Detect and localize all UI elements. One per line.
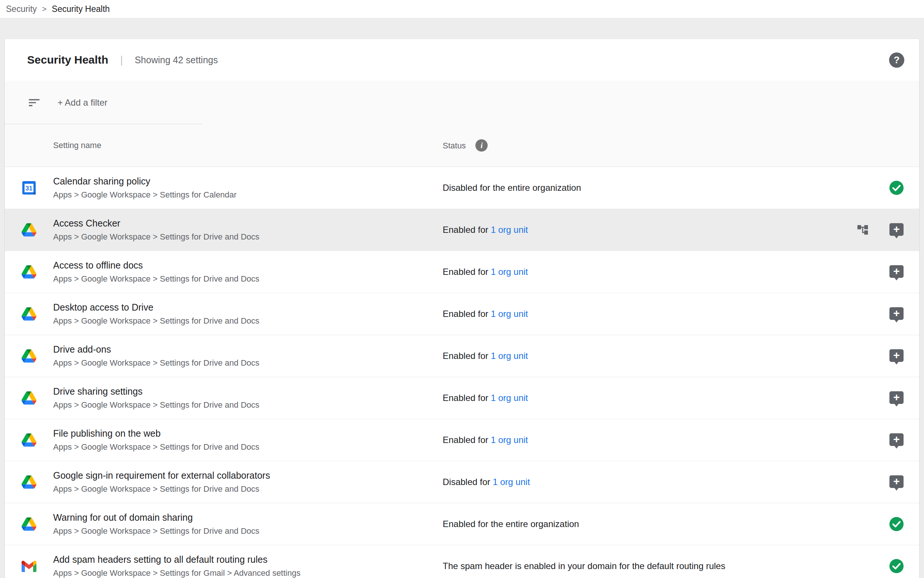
google-drive-icon xyxy=(21,222,36,237)
recommendation-tail xyxy=(894,404,899,406)
org-units-icon xyxy=(856,223,869,237)
status-text: The spam header is enabled in your domai… xyxy=(443,561,725,571)
setting-name: Drive sharing settings xyxy=(53,386,259,397)
status-text: Enabled for xyxy=(443,225,490,235)
status-badge[interactable] xyxy=(889,516,904,532)
status-badge[interactable]: + xyxy=(889,390,904,406)
org-unit-link[interactable]: 1 org unit xyxy=(493,477,530,487)
recommendation-icon[interactable]: + xyxy=(890,434,903,446)
setting-name: Access Checker xyxy=(53,218,259,229)
status-cell: The spam header is enabled in your domai… xyxy=(443,561,725,571)
setting-path: Apps > Google Workspace > Settings for D… xyxy=(53,442,259,452)
table-row[interactable]: Google sign-in requirement for external … xyxy=(5,461,919,503)
google-drive-icon xyxy=(21,433,36,447)
plus-glyph: + xyxy=(893,392,900,403)
setting-path: Apps > Google Workspace > Settings for D… xyxy=(53,232,259,242)
setting-text-block: Access Checker Apps > Google Workspace >… xyxy=(53,218,259,242)
status-badge[interactable]: + xyxy=(889,264,904,280)
status-cell: Enabled for the entire organization xyxy=(443,519,579,529)
status-cell: Enabled for 1 org unit xyxy=(443,351,528,361)
table-row[interactable]: File publishing on the web Apps > Google… xyxy=(5,419,919,461)
google-drive-icon xyxy=(21,391,36,406)
status-cell: Enabled for 1 org unit xyxy=(443,393,528,403)
security-health-card: Security Health | Showing 42 settings ? … xyxy=(5,39,919,578)
table-row[interactable]: Add spam headers setting to all default … xyxy=(5,545,919,578)
status-cell: Enabled for 1 org unit xyxy=(443,435,528,445)
add-filter-button[interactable]: + Add a filter xyxy=(58,97,107,108)
status-ok-icon xyxy=(889,559,904,573)
plus-glyph: + xyxy=(893,350,900,361)
status-text: Enabled for xyxy=(443,435,490,445)
info-icon[interactable]: i xyxy=(476,140,488,152)
table-row[interactable]: 31 Calendar sharing policy Apps > Google… xyxy=(5,167,919,209)
status-badge[interactable] xyxy=(889,180,904,196)
breadcrumb: Security > Security Health xyxy=(0,0,924,18)
org-unit-link[interactable]: 1 org unit xyxy=(490,435,528,445)
status-cell: Disabled for 1 org unit xyxy=(443,477,530,487)
settings-table-body: 31 Calendar sharing policy Apps > Google… xyxy=(5,167,919,578)
setting-name: Google sign-in requirement for external … xyxy=(53,470,270,481)
status-badge[interactable] xyxy=(889,558,904,574)
plus-glyph: + xyxy=(893,224,900,235)
svg-text:31: 31 xyxy=(26,185,33,192)
setting-name: Calendar sharing policy xyxy=(53,176,237,187)
recommendation-icon[interactable]: + xyxy=(890,349,903,362)
plus-glyph: + xyxy=(893,308,900,319)
table-row[interactable]: Access Checker Apps > Google Workspace >… xyxy=(5,209,919,251)
plus-glyph: + xyxy=(893,434,900,445)
breadcrumb-security[interactable]: Security xyxy=(6,4,37,14)
setting-name: Desktop access to Drive xyxy=(53,302,259,313)
setting-name: Drive add-ons xyxy=(53,344,259,355)
recommendation-icon[interactable]: + xyxy=(890,265,903,278)
google-drive-icon xyxy=(21,475,36,489)
table-row[interactable]: Drive sharing settings Apps > Google Wor… xyxy=(5,377,919,419)
recommendation-icon[interactable]: + xyxy=(890,391,903,404)
setting-path: Apps > Google Workspace > Settings for D… xyxy=(53,484,270,494)
recommendation-icon[interactable]: + xyxy=(890,307,903,320)
setting-path: Apps > Google Workspace > Settings for D… xyxy=(53,274,259,284)
table-row[interactable]: Access to offline docs Apps > Google Wor… xyxy=(5,251,919,293)
table-subheader: + Add a filter Setting name Status i xyxy=(5,81,919,167)
status-badge[interactable]: + xyxy=(889,222,904,238)
org-unit-link[interactable]: 1 org unit xyxy=(490,225,528,235)
google-drive-icon xyxy=(21,265,36,279)
status-badge[interactable]: + xyxy=(889,474,904,490)
org-unit-link[interactable]: 1 org unit xyxy=(490,267,528,277)
google-drive-icon xyxy=(21,307,36,321)
breadcrumb-separator: > xyxy=(42,5,47,13)
status-badge[interactable]: + xyxy=(889,306,904,322)
recommendation-icon[interactable]: + xyxy=(890,475,903,488)
status-text: Disabled for the entire organization xyxy=(443,183,581,193)
setting-path: Apps > Google Workspace > Settings for D… xyxy=(53,526,259,536)
setting-name: Access to offline docs xyxy=(53,260,259,271)
setting-name-column-header: Setting name xyxy=(53,141,102,150)
google-drive-icon xyxy=(21,349,36,364)
status-badge[interactable]: + xyxy=(889,348,904,364)
breadcrumb-security-health: Security Health xyxy=(52,4,110,14)
recommendation-tail xyxy=(894,320,899,323)
plus-glyph: + xyxy=(893,476,900,487)
org-unit-link[interactable]: 1 org unit xyxy=(490,309,528,319)
status-text: Enabled for xyxy=(443,351,490,361)
status-text: Enabled for the entire organization xyxy=(443,519,579,529)
table-row[interactable]: Warning for out of domain sharing Apps >… xyxy=(5,503,919,545)
setting-text-block: Drive sharing settings Apps > Google Wor… xyxy=(53,386,259,410)
status-cell: Disabled for the entire organization xyxy=(443,183,581,193)
setting-text-block: Warning for out of domain sharing Apps >… xyxy=(53,512,259,536)
recommendation-icon[interactable]: + xyxy=(890,223,903,236)
setting-text-block: Add spam headers setting to all default … xyxy=(53,554,300,578)
status-badge[interactable]: + xyxy=(889,432,904,448)
setting-path: Apps > Google Workspace > Settings for C… xyxy=(53,190,237,200)
status-ok-icon xyxy=(889,180,904,195)
org-unit-link[interactable]: 1 org unit xyxy=(490,351,528,361)
status-column-header: Status i xyxy=(443,140,488,152)
recommendation-tail xyxy=(894,278,899,281)
table-row[interactable]: Drive add-ons Apps > Google Workspace > … xyxy=(5,335,919,377)
table-row[interactable]: Desktop access to Drive Apps > Google Wo… xyxy=(5,293,919,335)
help-icon[interactable]: ? xyxy=(889,52,904,68)
recommendation-tail xyxy=(894,446,899,448)
status-text: Disabled for xyxy=(443,477,493,487)
org-unit-link[interactable]: 1 org unit xyxy=(490,393,528,403)
setting-name: File publishing on the web xyxy=(53,428,259,439)
setting-text-block: Desktop access to Drive Apps > Google Wo… xyxy=(53,302,259,326)
